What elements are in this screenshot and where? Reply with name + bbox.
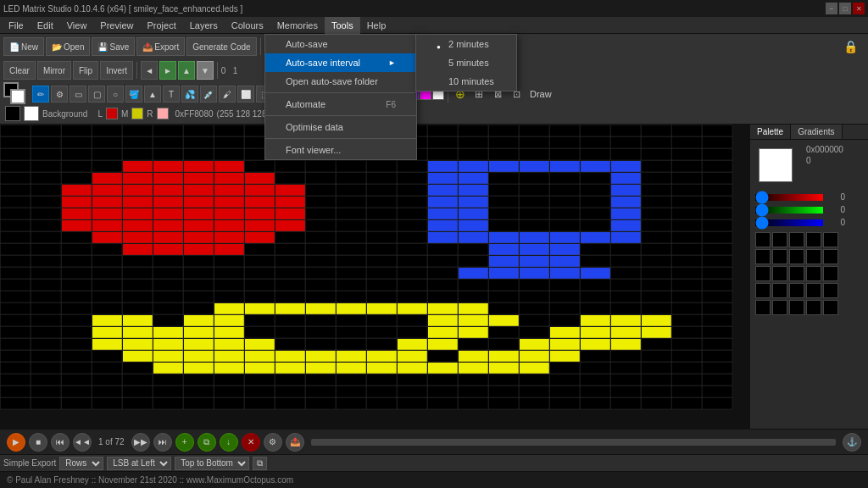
cs-18[interactable] <box>806 283 821 298</box>
delete-frame-button[interactable]: ✕ <box>242 433 260 452</box>
cs-5[interactable] <box>755 249 771 264</box>
5min-item[interactable]: 5 minutes <box>416 53 516 72</box>
bg-color-black[interactable] <box>5 106 20 121</box>
fast-forward-button[interactable]: ⏭ <box>153 433 172 452</box>
cs-17[interactable] <box>789 283 804 298</box>
cs-12[interactable] <box>789 266 804 281</box>
minimize-button[interactable]: − <box>826 3 837 14</box>
flip-button[interactable]: Flip <box>73 61 98 80</box>
2min-item[interactable]: 2 minutes <box>416 35 516 53</box>
arrow-right-button[interactable]: ► <box>159 61 176 80</box>
add-frame-button[interactable]: + <box>175 433 194 452</box>
pixel-canvas[interactable] <box>0 125 749 429</box>
round-rect-tool[interactable]: ▢ <box>88 86 105 103</box>
canvas-area[interactable] <box>0 125 749 429</box>
maximize-button[interactable]: □ <box>839 3 851 14</box>
play-button[interactable]: ▶ <box>7 433 25 452</box>
menu-tools[interactable]: Tools <box>325 17 360 34</box>
cs-24[interactable] <box>823 300 838 315</box>
cs-19[interactable] <box>823 283 838 298</box>
menu-view[interactable]: View <box>60 17 94 34</box>
text-tool[interactable]: T <box>163 86 180 103</box>
bg-color-white[interactable] <box>24 106 39 121</box>
arrow-left-button[interactable]: ◄ <box>141 61 158 80</box>
cs-22[interactable] <box>789 300 804 315</box>
spray-tool[interactable]: 💦 <box>181 86 198 103</box>
palette-tab[interactable]: Palette <box>750 125 791 139</box>
menu-help[interactable]: Help <box>360 17 393 34</box>
rect-tool[interactable]: ▭ <box>70 86 86 103</box>
optimise-data-item[interactable]: Optimise data <box>265 118 416 136</box>
background-color[interactable] <box>10 89 25 104</box>
cs-6[interactable] <box>772 249 787 264</box>
stop-button[interactable]: ■ <box>29 433 47 452</box>
generate-code-button[interactable]: Generate Code <box>186 37 256 56</box>
fill-tool[interactable]: 🪣 <box>125 86 142 103</box>
export-lsb-select[interactable]: LSB at Left <box>107 457 171 470</box>
automate-item[interactable]: Automate F6 <box>265 95 416 114</box>
progress-bar[interactable] <box>311 439 836 446</box>
cs-4[interactable] <box>823 232 838 247</box>
gradient-tool[interactable]: ▲ <box>144 86 161 103</box>
save-button[interactable]: 💾 Save <box>92 37 135 56</box>
arrow-up-button[interactable]: ▲ <box>178 61 195 80</box>
menu-edit[interactable]: Edit <box>31 17 60 34</box>
gear-tool[interactable]: ⚙ <box>51 86 68 103</box>
l-color[interactable] <box>106 108 118 119</box>
cs-10[interactable] <box>755 266 771 281</box>
brush-tool[interactable]: 🖌 <box>219 86 236 103</box>
cs-9[interactable] <box>823 249 838 264</box>
menu-colours[interactable]: Colours <box>225 17 270 34</box>
export-rows-select[interactable]: Rows <box>59 457 103 470</box>
export-copy-button[interactable]: ⧉ <box>253 457 267 470</box>
prev-frame-button[interactable]: ◄◄ <box>73 433 92 452</box>
export-frame-button[interactable]: 📤 <box>286 433 304 452</box>
cs-0[interactable] <box>755 232 771 247</box>
pencil-tool[interactable]: ✏ <box>32 86 49 103</box>
anchor-button[interactable]: ⚓ <box>843 433 861 452</box>
new-button[interactable]: 📄 New <box>3 37 44 56</box>
dup-frame-button[interactable]: ⧉ <box>198 433 216 452</box>
menu-file[interactable]: File <box>2 17 31 34</box>
red-slider[interactable] <box>755 194 823 201</box>
eraser-tool[interactable]: ⬜ <box>237 86 254 103</box>
m-color[interactable] <box>131 108 143 119</box>
clear-button[interactable]: Clear <box>3 61 36 80</box>
cs-15[interactable] <box>755 283 771 298</box>
cs-21[interactable] <box>772 300 787 315</box>
font-viewer-item[interactable]: Font viewer... <box>265 141 416 159</box>
cs-13[interactable] <box>806 266 821 281</box>
autosave-interval-item[interactable]: Auto-save interval ► <box>265 53 416 72</box>
arrow-down-button[interactable]: ▼ <box>197 61 214 80</box>
cs-16[interactable] <box>772 283 787 298</box>
cs-2[interactable] <box>789 232 804 247</box>
gradients-tab[interactable]: Gradients <box>791 125 842 139</box>
mirror-button[interactable]: Mirror <box>37 61 71 80</box>
rewind-button[interactable]: ⏮ <box>51 433 70 452</box>
cs-7[interactable] <box>789 249 804 264</box>
cs-20[interactable] <box>755 300 771 315</box>
color-preview-box[interactable] <box>759 148 793 182</box>
open-autosave-folder-item[interactable]: Open auto-save folder <box>265 72 416 91</box>
invert-button[interactable]: Invert <box>100 61 133 80</box>
export-direction-select[interactable]: Top to Bottom <box>175 457 249 470</box>
open-button[interactable]: 📂 Open <box>46 37 90 56</box>
ellipse-tool[interactable]: ○ <box>107 86 124 103</box>
menu-preview[interactable]: Preview <box>93 17 140 34</box>
settings-frame-button[interactable]: ⚙ <box>264 433 282 452</box>
eyedrop-tool[interactable]: 💉 <box>200 86 217 103</box>
cs-3[interactable] <box>806 232 821 247</box>
close-button[interactable]: ✕ <box>853 3 865 14</box>
menu-layers[interactable]: Layers <box>183 17 225 34</box>
cs-1[interactable] <box>772 232 787 247</box>
cs-23[interactable] <box>806 300 821 315</box>
blue-slider[interactable] <box>755 219 823 226</box>
menu-memories[interactable]: Memories <box>270 17 325 34</box>
export-button[interactable]: 📤 Export <box>136 37 185 56</box>
cs-14[interactable] <box>823 266 838 281</box>
autosave-item[interactable]: Auto-save <box>265 35 416 53</box>
next-frame-button[interactable]: ▶▶ <box>131 433 150 452</box>
import-frame-button[interactable]: ↓ <box>220 433 238 452</box>
cs-11[interactable] <box>772 266 787 281</box>
cs-8[interactable] <box>806 249 821 264</box>
